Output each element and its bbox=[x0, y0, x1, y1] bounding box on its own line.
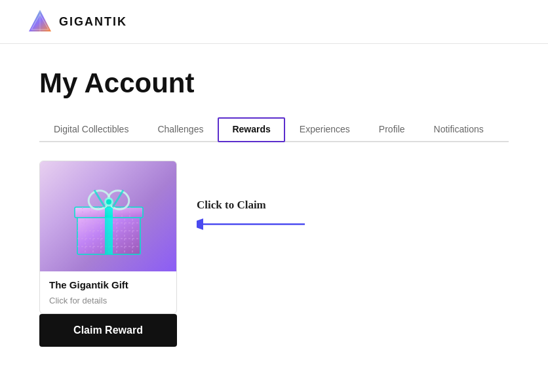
logo-text: GIGANTIK bbox=[59, 15, 127, 29]
annotation-arrow bbox=[197, 214, 308, 234]
gigantik-logo-icon bbox=[26, 8, 54, 35]
header: GIGANTIK bbox=[0, 0, 548, 44]
logo[interactable]: GIGANTIK bbox=[26, 8, 127, 35]
annotation-text: Click to Claim bbox=[197, 199, 266, 212]
tabs-nav: Digital Collectibles Challenges Rewards … bbox=[39, 117, 509, 142]
gift-box-icon bbox=[63, 170, 155, 262]
page-title: My Account bbox=[39, 68, 509, 99]
tab-profile[interactable]: Profile bbox=[364, 117, 420, 142]
annotation-wrapper: Click to Claim bbox=[197, 199, 308, 234]
tab-challenges[interactable]: Challenges bbox=[143, 117, 218, 142]
gift-card[interactable]: The Gigantik Gift Click for details bbox=[39, 161, 177, 314]
main-content: My Account Digital Collectibles Challeng… bbox=[0, 44, 548, 347]
cards-area: The Gigantik Gift Click for details Clai… bbox=[39, 161, 509, 347]
tab-experiences[interactable]: Experiences bbox=[285, 117, 364, 142]
svg-rect-24 bbox=[105, 207, 113, 218]
gift-card-image bbox=[40, 161, 177, 271]
svg-rect-23 bbox=[105, 215, 113, 254]
reward-card-wrapper: The Gigantik Gift Click for details Clai… bbox=[39, 161, 177, 347]
gift-card-body: The Gigantik Gift Click for details bbox=[40, 271, 176, 313]
gift-card-title: The Gigantik Gift bbox=[49, 279, 167, 290]
tab-digital-collectibles[interactable]: Digital Collectibles bbox=[39, 117, 143, 142]
svg-point-28 bbox=[106, 199, 111, 205]
claim-reward-button[interactable]: Claim Reward bbox=[39, 314, 177, 347]
tab-rewards[interactable]: Rewards bbox=[218, 117, 284, 142]
gift-details-link[interactable]: Click for details bbox=[49, 296, 167, 305]
tab-notifications[interactable]: Notifications bbox=[420, 117, 498, 142]
